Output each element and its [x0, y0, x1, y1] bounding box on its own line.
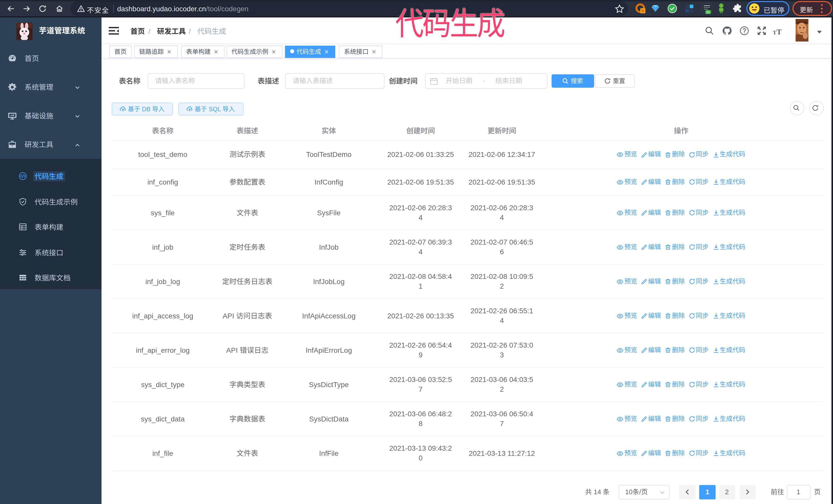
svg-text:on: on	[706, 10, 710, 14]
